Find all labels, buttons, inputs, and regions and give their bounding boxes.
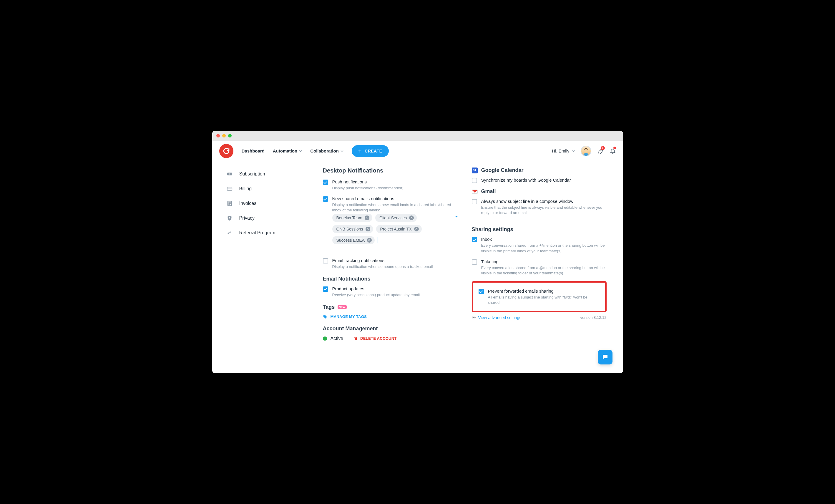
sidebar-item-label: Subscription [239, 172, 265, 177]
chip-label: Benelux Team [337, 216, 362, 220]
app-window: Dashboard Automation Collaboration + CRE… [211, 130, 624, 374]
setting-inbox-sharing: Inbox Every conversation shared from a @… [472, 237, 607, 254]
gmail-icon [472, 189, 478, 194]
topbar-right: Hi, Emily 1 [552, 146, 616, 156]
view-advanced-link[interactable]: View advanced settings [472, 315, 522, 320]
chip-remove-icon[interactable]: ✕ [409, 216, 414, 220]
shield-icon [226, 215, 233, 221]
chip-remove-icon[interactable]: ✕ [366, 227, 370, 231]
nav-automation-label: Automation [273, 148, 297, 154]
plus-icon: + [358, 148, 362, 154]
chevron-down-icon [572, 149, 575, 153]
greeting-text: Hi, Emily [552, 148, 569, 154]
svg-point-3 [229, 174, 230, 175]
rocket-badge: 1 [601, 146, 605, 150]
chevron-down-icon [299, 149, 302, 153]
user-greeting[interactable]: Hi, Emily [552, 148, 574, 154]
card-icon [226, 185, 233, 192]
dropdown-caret-icon[interactable] [455, 215, 458, 218]
window-titlebar [212, 131, 623, 141]
notifications-badge [613, 147, 616, 149]
setting-hint: Ensure that the subject line is always v… [481, 205, 607, 216]
tags-heading: Tags NEW [323, 304, 458, 310]
status-dot-icon [323, 337, 327, 341]
window-close-icon[interactable] [216, 134, 220, 138]
chip-remove-icon[interactable]: ✕ [365, 216, 369, 220]
setting-label: Email tracking notifications [332, 258, 433, 263]
sharing-settings-heading: Sharing settings [472, 226, 607, 233]
chevron-down-icon [341, 149, 344, 153]
page-body: Subscription Billing Invoices Privacy Re… [212, 161, 623, 373]
gmail-heading: Gmail [472, 188, 607, 195]
nav-dashboard-label: Dashboard [242, 148, 265, 154]
nav-collaboration-label: Collaboration [310, 148, 339, 154]
delete-account-label: DELETE ACCOUNT [360, 336, 397, 341]
chip: Project Austin TX✕ [376, 225, 422, 233]
chip: Success EMEA✕ [332, 236, 375, 244]
create-button[interactable]: + CREATE [352, 145, 389, 157]
text-cursor [378, 237, 378, 243]
sidebar-item-subscription[interactable]: Subscription [224, 167, 315, 181]
sidebar-item-label: Billing [239, 186, 252, 191]
nav-collaboration[interactable]: Collaboration [310, 148, 344, 154]
status-label: Active [330, 336, 344, 341]
window-minimize-icon[interactable] [222, 134, 226, 138]
account-management-heading: Account Management [323, 326, 458, 332]
setting-hint: Every conversation shared from a @mentio… [481, 243, 607, 254]
sidebar-item-billing[interactable]: Billing [224, 181, 315, 196]
view-advanced-label: View advanced settings [478, 315, 522, 320]
tags-heading-label: Tags [323, 304, 335, 310]
label-chips-input[interactable]: Benelux Team✕ Client Services✕ ONB Sessi… [332, 214, 458, 247]
sidebar-item-label: Referral Program [239, 230, 276, 236]
checkbox-ticketing-sharing[interactable] [472, 259, 477, 265]
manage-tags-link[interactable]: MANAGE MY TAGS [323, 315, 458, 319]
manage-tags-label: MANAGE MY TAGS [330, 315, 367, 319]
nav-automation[interactable]: Automation [273, 148, 302, 154]
setting-label: Inbox [481, 237, 607, 242]
checkbox-push-notifications[interactable] [323, 180, 328, 185]
checkbox-email-tracking[interactable] [323, 258, 328, 263]
setting-hint: Every conversation shared from a @mentio… [481, 265, 607, 276]
sidebar-item-invoices[interactable]: Invoices [224, 196, 315, 211]
setting-ticketing-sharing: Ticketing Every conversation shared from… [472, 259, 607, 276]
delete-account-button[interactable]: DELETE ACCOUNT [354, 336, 397, 341]
account-status-row: Active DELETE ACCOUNT [323, 336, 458, 341]
chip-label: Success EMEA [337, 238, 365, 243]
checkbox-product-updates[interactable] [323, 286, 328, 292]
checkbox-shared-emails[interactable] [323, 196, 328, 202]
setting-prevent-fwd: Prevent forwarded emails sharing All ema… [478, 288, 600, 305]
chip-label: Project Austin TX [380, 227, 412, 231]
svg-point-13 [324, 316, 325, 316]
top-navbar: Dashboard Automation Collaboration + CRE… [212, 141, 623, 161]
sidebar-item-referral[interactable]: Referral Program [224, 225, 315, 240]
main-nav: Dashboard Automation Collaboration [242, 148, 344, 154]
chat-icon [602, 354, 609, 361]
app-logo-icon[interactable] [219, 144, 233, 158]
nav-dashboard[interactable]: Dashboard [242, 148, 265, 154]
checkbox-inbox-sharing[interactable] [472, 237, 477, 242]
notifications-button[interactable] [610, 147, 616, 155]
chip-remove-icon[interactable]: ✕ [414, 227, 419, 231]
checkbox-prevent-fwd[interactable] [478, 289, 484, 294]
create-button-label: CREATE [365, 149, 382, 154]
setting-hint: Receive (very occasional) product update… [332, 292, 420, 298]
chip-label: ONB Sessions [337, 227, 363, 231]
calendar-icon: 31 [472, 167, 478, 174]
chat-fab[interactable] [598, 350, 612, 364]
trash-icon [354, 337, 358, 341]
setting-hint: Display a notification when someone open… [332, 264, 433, 269]
google-calendar-heading: 31 Google Calendar [472, 167, 607, 174]
svg-point-14 [473, 317, 474, 318]
checkbox-gmail-subject[interactable] [472, 199, 477, 204]
highlighted-setting: Prevent forwarded emails sharing All ema… [472, 281, 607, 312]
avatar[interactable] [581, 146, 591, 156]
chip-remove-icon[interactable]: ✕ [367, 238, 372, 243]
tag-icon [323, 315, 328, 319]
setting-shared-emails: New shared emails notifications Display … [323, 196, 458, 252]
window-zoom-icon[interactable] [228, 134, 232, 138]
setting-label: Always show subject line in a compose wi… [481, 199, 607, 204]
rocket-button[interactable]: 1 [597, 147, 604, 155]
settings-sidebar: Subscription Billing Invoices Privacy Re… [212, 161, 318, 373]
checkbox-gcal-sync[interactable] [472, 178, 477, 183]
sidebar-item-privacy[interactable]: Privacy [224, 211, 315, 225]
